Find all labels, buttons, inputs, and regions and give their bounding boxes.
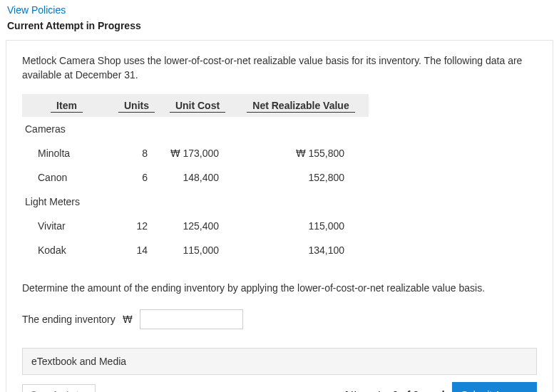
cell-nrv: 134,100 [233, 238, 369, 262]
cell-item: Minolta [22, 141, 111, 165]
inventory-table: Item Units Unit Cost Net Realizable Valu… [22, 94, 369, 262]
cell-nrv: 152,800 [233, 165, 369, 190]
answer-label: The ending inventory [22, 314, 116, 325]
th-unit-cost: Unit Cost [162, 94, 233, 117]
attempts-text: Attempts: 0 of 3 used [343, 389, 444, 392]
table-category-row: Cameras [22, 117, 369, 141]
th-units: Units [111, 94, 162, 117]
cell-item: Canon [22, 165, 111, 190]
etextbook-media-button[interactable]: eTextbook and Media [22, 348, 537, 375]
cell-units: 6 [111, 165, 162, 190]
th-nrv: Net Realizable Value [233, 94, 369, 117]
category-label: Cameras [22, 117, 369, 141]
cell-units: 8 [111, 141, 162, 165]
cell-item: Vivitar [22, 214, 111, 238]
currency-symbol: ₩ [123, 314, 133, 325]
cell-unit-cost: 148,400 [162, 165, 233, 190]
submit-answer-button[interactable]: Submit Answer [452, 382, 537, 392]
answer-row: The ending inventory ₩ [22, 309, 537, 329]
ending-inventory-input[interactable] [140, 309, 243, 329]
page-title: Current Attempt in Progress [7, 20, 552, 31]
cell-nrv: ₩ 155,800 [233, 141, 369, 165]
question-panel: Metlock Camera Shop uses the lower-of-co… [6, 40, 553, 392]
category-label: Light Meters [22, 190, 369, 214]
instruction-text: Determine the amount of the ending inven… [22, 282, 537, 294]
th-item: Item [22, 94, 111, 117]
table-row: Minolta8₩ 173,000₩ 155,800 [22, 141, 369, 165]
table-row: Canon6148,400152,800 [22, 165, 369, 190]
cell-units: 14 [111, 238, 162, 262]
cell-unit-cost: 125,400 [162, 214, 233, 238]
cell-item: Kodak [22, 238, 111, 262]
footer-row: Save for Later Attempts: 0 of 3 used Sub… [22, 382, 537, 392]
cell-nrv: 115,000 [233, 214, 369, 238]
table-category-row: Light Meters [22, 190, 369, 214]
save-for-later-button[interactable]: Save for Later [22, 384, 96, 392]
cell-units: 12 [111, 214, 162, 238]
view-policies-link[interactable]: View Policies [7, 4, 66, 16]
table-row: Kodak14115,000134,100 [22, 238, 369, 262]
problem-text: Metlock Camera Shop uses the lower-of-co… [22, 53, 537, 83]
table-row: Vivitar12125,400115,000 [22, 214, 369, 238]
cell-unit-cost: 115,000 [162, 238, 233, 262]
cell-unit-cost: ₩ 173,000 [162, 141, 233, 165]
